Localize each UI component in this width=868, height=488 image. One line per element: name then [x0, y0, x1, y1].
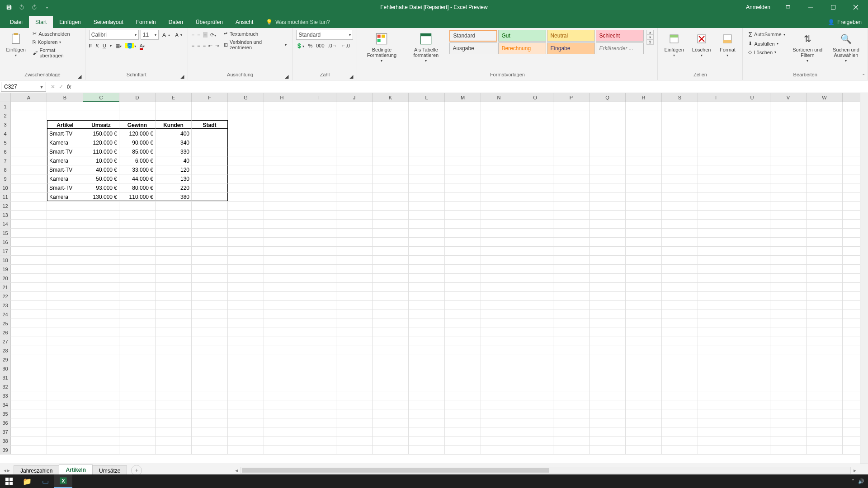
cell-W39[interactable] — [807, 446, 843, 454]
row-header-5[interactable]: 5 — [0, 138, 11, 147]
cell-R33[interactable] — [626, 391, 662, 400]
cell-M32[interactable] — [445, 382, 481, 391]
cell-W28[interactable] — [807, 346, 843, 355]
cell-R35[interactable] — [626, 409, 662, 418]
align-left-button[interactable]: ≡ — [192, 43, 194, 48]
cell-A31[interactable] — [11, 373, 47, 382]
cell-R24[interactable] — [626, 310, 662, 319]
row-header-21[interactable]: 21 — [0, 283, 11, 291]
cell-D18[interactable] — [119, 256, 156, 264]
cell-C33[interactable] — [83, 391, 119, 400]
cell-F2[interactable] — [192, 111, 228, 120]
cell-K29[interactable] — [373, 355, 409, 364]
cell-K36[interactable] — [373, 418, 409, 427]
cell-O37[interactable] — [517, 427, 553, 436]
italic-button[interactable]: K — [96, 43, 99, 48]
cell-C15[interactable] — [83, 229, 119, 237]
cell-G7[interactable] — [228, 156, 264, 165]
cell-T2[interactable] — [698, 111, 734, 120]
scrollbar-thumb[interactable] — [242, 468, 549, 473]
cell-A18[interactable] — [11, 256, 47, 264]
tab-formeln[interactable]: Formeln — [130, 16, 162, 28]
cell-W34[interactable] — [807, 400, 843, 409]
cell-V2[interactable] — [770, 111, 807, 120]
cell-Q1[interactable] — [590, 102, 626, 111]
cell-U23[interactable] — [734, 301, 770, 310]
cell-C39[interactable] — [83, 446, 119, 454]
cell-N8[interactable] — [481, 165, 517, 174]
cell-S13[interactable] — [662, 211, 698, 219]
cell-I37[interactable] — [300, 427, 336, 436]
cell-T11[interactable] — [698, 192, 734, 201]
cell-O4[interactable] — [517, 129, 553, 138]
cell-M38[interactable] — [445, 436, 481, 445]
cell-Q7[interactable] — [590, 156, 626, 165]
maximize-button[interactable] — [823, 0, 844, 14]
cell-O9[interactable] — [517, 174, 553, 183]
font-name-select[interactable]: Calibri▾ — [89, 30, 139, 40]
cell-J21[interactable] — [336, 283, 373, 291]
tab-einfuegen[interactable]: Einfügen — [53, 16, 87, 28]
cell-F15[interactable] — [192, 229, 228, 237]
cell-N15[interactable] — [481, 229, 517, 237]
cell-T18[interactable] — [698, 256, 734, 264]
cell-O17[interactable] — [517, 247, 553, 255]
cell-U16[interactable] — [734, 238, 770, 246]
cell-S28[interactable] — [662, 346, 698, 355]
orientation-button[interactable]: ⟳▾ — [210, 32, 216, 38]
cell-I28[interactable] — [300, 346, 336, 355]
cell-L20[interactable] — [409, 274, 445, 282]
cell-R11[interactable] — [626, 192, 662, 201]
cell-D13[interactable] — [119, 211, 156, 219]
cell-N3[interactable] — [481, 120, 517, 129]
cell-H2[interactable] — [264, 111, 300, 120]
cell-E34[interactable] — [156, 400, 192, 409]
cell-P3[interactable] — [553, 120, 590, 129]
cell-J36[interactable] — [336, 418, 373, 427]
cell-P23[interactable] — [553, 301, 590, 310]
cell-I20[interactable] — [300, 274, 336, 282]
cell-R39[interactable] — [626, 446, 662, 454]
cell-L27[interactable] — [409, 337, 445, 346]
cell-T17[interactable] — [698, 247, 734, 255]
cell-I9[interactable] — [300, 174, 336, 183]
cell-R30[interactable] — [626, 364, 662, 373]
cell-F31[interactable] — [192, 373, 228, 382]
cell-B29[interactable] — [47, 355, 83, 364]
cell-C17[interactable] — [83, 247, 119, 255]
cell-A3[interactable] — [11, 120, 47, 129]
cell-K10[interactable] — [373, 183, 409, 192]
col-header-V[interactable]: V — [770, 93, 807, 102]
start-button[interactable] — [0, 474, 18, 488]
cell-P10[interactable] — [553, 183, 590, 192]
cell-Q3[interactable] — [590, 120, 626, 129]
cell-L34[interactable] — [409, 400, 445, 409]
cell-R14[interactable] — [626, 220, 662, 228]
row-header-17[interactable]: 17 — [0, 247, 11, 255]
cell-D22[interactable] — [119, 292, 156, 300]
decrease-font-button[interactable]: A▾ — [174, 31, 184, 38]
formula-input[interactable] — [75, 82, 868, 92]
cell-F3[interactable]: Stadt — [192, 120, 228, 129]
cell-C3[interactable]: Umsatz — [83, 120, 119, 129]
cell-Q12[interactable] — [590, 202, 626, 210]
cell-V5[interactable] — [770, 138, 807, 147]
cell-S3[interactable] — [662, 120, 698, 129]
cell-W18[interactable] — [807, 256, 843, 264]
find-select-button[interactable]: 🔍Suchen und Auswählen▾ — [828, 30, 864, 65]
cell-V10[interactable] — [770, 183, 807, 192]
cell-O5[interactable] — [517, 138, 553, 147]
cell-Q32[interactable] — [590, 382, 626, 391]
row-header-34[interactable]: 34 — [0, 400, 11, 409]
cell-V17[interactable] — [770, 247, 807, 255]
cell-D33[interactable] — [119, 391, 156, 400]
cell-U8[interactable] — [734, 165, 770, 174]
cell-G36[interactable] — [228, 418, 264, 427]
cell-O32[interactable] — [517, 382, 553, 391]
cell-R29[interactable] — [626, 355, 662, 364]
cell-R34[interactable] — [626, 400, 662, 409]
cell-G17[interactable] — [228, 247, 264, 255]
cell-B34[interactable] — [47, 400, 83, 409]
cell-J30[interactable] — [336, 364, 373, 373]
enter-formula-button[interactable]: ✓ — [59, 84, 63, 90]
